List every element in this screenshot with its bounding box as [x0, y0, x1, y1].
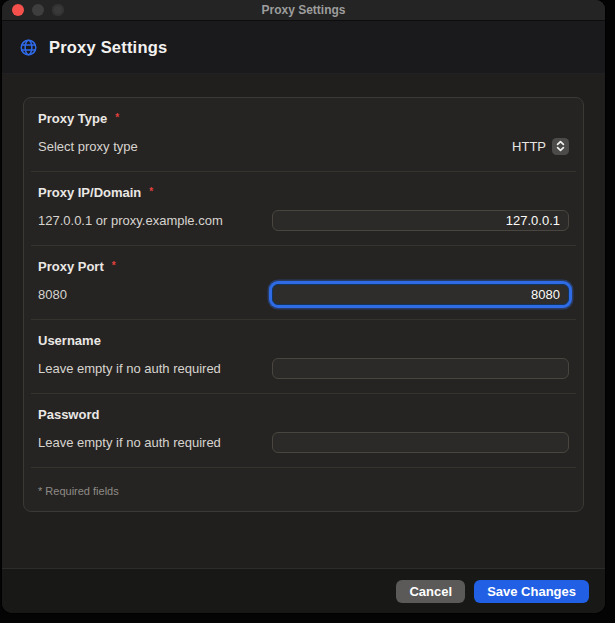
window-title: Proxy Settings	[2, 3, 605, 17]
required-marker: *	[149, 186, 153, 197]
close-window-icon[interactable]	[12, 4, 24, 16]
username-label: Username	[38, 333, 101, 348]
page-title: Proxy Settings	[49, 38, 167, 57]
password-label: Password	[38, 407, 99, 422]
proxy-port-label: Proxy Port	[38, 259, 104, 274]
proxy-ip-input[interactable]	[272, 210, 569, 231]
dialog-body: Proxy Type * Select proxy type HTTP	[2, 74, 605, 568]
dialog-footer: Cancel Save Changes	[2, 568, 605, 613]
required-marker: *	[112, 260, 116, 271]
required-marker: *	[115, 112, 119, 123]
footnote-row: * Required fields	[31, 468, 576, 511]
proxy-type-label: Proxy Type	[38, 111, 107, 126]
proxy-port-input[interactable]	[272, 284, 569, 305]
password-row: Password Leave empty if no auth required	[31, 394, 576, 468]
username-description: Leave empty if no auth required	[38, 361, 221, 376]
chevron-up-down-icon	[552, 138, 569, 155]
proxy-ip-description: 127.0.0.1 or proxy.example.com	[38, 213, 223, 228]
username-input[interactable]	[272, 358, 569, 379]
globe-icon	[19, 38, 38, 57]
proxy-ip-row: Proxy IP/Domain * 127.0.0.1 or proxy.exa…	[31, 172, 576, 246]
cancel-button[interactable]: Cancel	[396, 580, 465, 603]
password-input[interactable]	[272, 432, 569, 453]
dialog-header: Proxy Settings	[2, 21, 605, 74]
proxy-type-row: Proxy Type * Select proxy type HTTP	[31, 98, 576, 172]
proxy-port-description: 8080	[38, 287, 67, 302]
traffic-lights	[12, 4, 64, 16]
zoom-window-icon	[52, 4, 64, 16]
proxy-type-selected-value: HTTP	[512, 139, 546, 154]
username-row: Username Leave empty if no auth required	[31, 320, 576, 394]
proxy-settings-window: Proxy Settings Proxy Settings Proxy Type…	[2, 0, 605, 613]
proxy-port-row: Proxy Port * 8080	[31, 246, 576, 320]
settings-card: Proxy Type * Select proxy type HTTP	[23, 97, 584, 512]
titlebar: Proxy Settings	[2, 0, 605, 21]
minimize-window-icon	[32, 4, 44, 16]
password-description: Leave empty if no auth required	[38, 435, 221, 450]
save-changes-button[interactable]: Save Changes	[474, 580, 589, 603]
proxy-type-select[interactable]: HTTP	[512, 138, 569, 155]
proxy-ip-label: Proxy IP/Domain	[38, 185, 141, 200]
required-fields-note: * Required fields	[38, 485, 119, 497]
proxy-type-description: Select proxy type	[38, 139, 138, 154]
